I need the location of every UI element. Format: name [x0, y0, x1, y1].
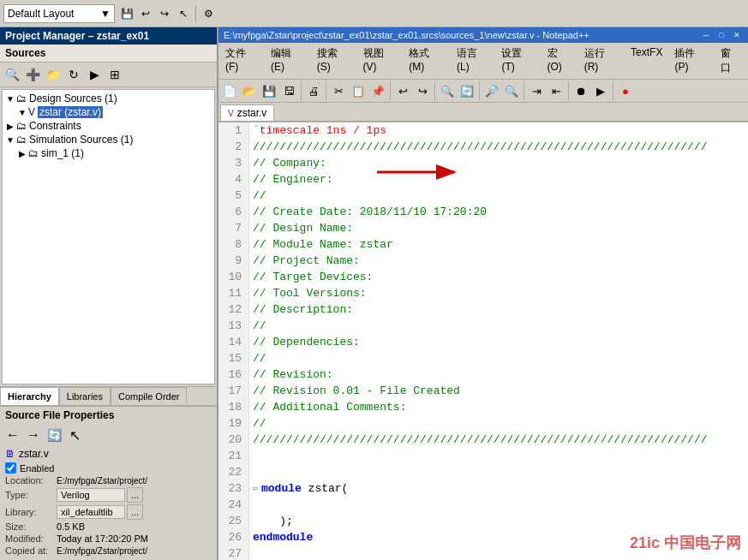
type-textbox[interactable]: Verilog	[57, 488, 125, 502]
type-label: Type:	[5, 490, 57, 500]
maximize-btn[interactable]: □	[715, 29, 727, 41]
npp-zoom-in-icon[interactable]: 🔎	[482, 81, 501, 100]
menu-language[interactable]: 语言(L)	[452, 45, 494, 77]
npp-open-icon[interactable]: 📂	[240, 81, 259, 100]
main-container: Project Manager – zstar_ex01 Sources 🔍 ➕…	[0, 27, 748, 560]
library-browse-btn[interactable]: ...	[127, 504, 143, 520]
menu-edit[interactable]: 编辑(E)	[266, 45, 310, 77]
npp-highlight-icon[interactable]: ●	[616, 81, 635, 100]
npp-window-controls: ─ □ ✕	[700, 29, 743, 41]
npp-run-macro-icon[interactable]: ▶	[591, 81, 610, 100]
size-value: 0.5 KB	[57, 521, 85, 532]
grid-icon[interactable]: ⊞	[105, 65, 124, 84]
file-tab-zstar[interactable]: V zstar.v	[220, 104, 274, 121]
code-line-24	[253, 497, 745, 513]
npp-print-icon[interactable]: 🖨	[304, 81, 323, 100]
code-editor[interactable]: `timescale 1ns / 1ps////////////////////…	[249, 122, 748, 560]
save-icon[interactable]: 💾	[118, 5, 135, 22]
code-line-16: // Revision:	[253, 366, 745, 383]
code-line-19: //	[253, 415, 745, 432]
npp-indent-icon[interactable]: ⇥	[527, 81, 546, 100]
npp-toolbar: 📄 📂 💾 🖫 🖨 ✂ 📋 📌 ↩ ↪ 🔍 🔄 🔎 🔍 ⇥ ⇤ ⏺ ▶	[218, 80, 748, 103]
code-line-23: ▭module zstar(	[253, 480, 745, 497]
back-icon[interactable]: ←	[3, 426, 22, 444]
tree-simulation-sources[interactable]: ▼ 🗂 Simulation Sources (1)	[4, 133, 212, 146]
type-browse-btn[interactable]: ...	[127, 487, 143, 503]
npp-macro-icon[interactable]: ⏺	[571, 81, 590, 100]
file-tab-icon: V	[228, 109, 234, 118]
cursor-icon[interactable]: ↖	[175, 5, 192, 22]
expand-constraints-icon: ▶	[4, 122, 16, 131]
refresh-prop-icon[interactable]: 🔄	[45, 426, 63, 444]
npp-menubar: 文件(F) 编辑(E) 搜索(S) 视图(V) 格式(M) 语言(L) 设置(T…	[218, 43, 748, 80]
sources-header: Sources	[0, 45, 217, 63]
tab-compile-order[interactable]: Compile Order	[111, 387, 188, 405]
npp-sep1	[301, 81, 302, 100]
menu-settings[interactable]: 设置(T)	[496, 45, 540, 77]
npp-tab-bar: V zstar.v	[218, 103, 748, 122]
folder-icon[interactable]: 📁	[44, 65, 63, 84]
npp-find-icon[interactable]: 🔍	[438, 81, 457, 100]
npp-new-icon[interactable]: 📄	[220, 81, 239, 100]
add-source-icon[interactable]: ➕	[23, 65, 42, 84]
tab-hierarchy[interactable]: Hierarchy	[0, 387, 59, 405]
menu-macro[interactable]: 宏(O)	[542, 45, 577, 77]
menu-window[interactable]: 窗口	[715, 45, 746, 77]
menu-format[interactable]: 格式(M)	[404, 45, 450, 77]
layout-label: Default Layout	[8, 8, 74, 20]
npp-outdent-icon[interactable]: ⇤	[547, 81, 565, 100]
undo-icon[interactable]: ↩	[137, 5, 154, 22]
layout-dropdown[interactable]: Default Layout ▼	[3, 4, 115, 23]
type-row: Type: Verilog ...	[0, 486, 217, 503]
copied-value: E:/myfpga/Zstar/project/	[57, 546, 147, 556]
close-btn[interactable]: ✕	[731, 29, 743, 41]
forward-icon[interactable]: →	[24, 426, 43, 444]
tab-libraries[interactable]: Libraries	[59, 387, 111, 405]
folder-design-icon: 🗂	[16, 92, 27, 104]
search-sources-icon[interactable]: 🔍	[3, 65, 21, 84]
npp-cut-icon[interactable]: ✂	[329, 81, 348, 100]
npp-zoom-out-icon[interactable]: 🔍	[502, 81, 521, 100]
npp-save-icon[interactable]: 💾	[260, 81, 278, 100]
npp-paste-icon[interactable]: 📌	[368, 81, 387, 100]
tree-design-sources[interactable]: ▼ 🗂 Design Sources (1)	[4, 92, 212, 105]
verilog-icon: V	[28, 106, 35, 118]
menu-file[interactable]: 文件(F)	[220, 45, 264, 77]
folder-sim-icon: 🗂	[16, 134, 27, 146]
code-line-11: // Tool Versions:	[253, 285, 745, 301]
minimize-btn[interactable]: ─	[700, 29, 712, 41]
npp-sep5	[479, 81, 480, 100]
npp-copy-icon[interactable]: 📋	[349, 81, 368, 100]
redo-icon[interactable]: ↪	[156, 5, 173, 22]
npp-undo-icon[interactable]: ↩	[393, 81, 412, 100]
menu-search[interactable]: 搜索(S)	[312, 45, 356, 77]
enabled-checkbox[interactable]	[5, 462, 16, 474]
npp-redo-icon[interactable]: ↪	[413, 81, 432, 100]
menu-run[interactable]: 运行(R)	[579, 45, 624, 77]
pointer-icon[interactable]: ↖	[65, 426, 84, 444]
tree-zstar[interactable]: ▼ V zstar (zstar.v)	[4, 105, 212, 119]
code-line-15: //	[253, 350, 745, 366]
expand-sim-icon: ▼	[4, 135, 16, 145]
npp-saveall-icon[interactable]: 🖫	[279, 81, 298, 100]
copied-row: Copied at: E:/myfpga/Zstar/project/	[0, 545, 217, 557]
menu-plugins[interactable]: 插件(P)	[669, 45, 714, 77]
tree-sim1[interactable]: ▶ 🗂 sim_1 (1)	[4, 146, 212, 160]
refresh-icon[interactable]: ↻	[64, 65, 83, 84]
editor-area: 1234567891011121314151617181920212223242…	[218, 122, 748, 560]
npp-sep4	[434, 81, 435, 100]
top-toolbar: 💾 ↩ ↪ ↖ ⚙	[118, 5, 217, 22]
settings-icon[interactable]: ⚙	[200, 5, 217, 22]
file-name: zstar.v	[19, 448, 49, 460]
npp-replace-icon[interactable]: 🔄	[458, 81, 476, 100]
left-panel: Project Manager – zstar_ex01 Sources 🔍 ➕…	[0, 27, 218, 560]
compile-icon[interactable]: ▶	[85, 65, 104, 84]
library-textbox[interactable]: xil_defaultlib	[57, 505, 125, 519]
menu-view[interactable]: 视图(V)	[358, 45, 403, 77]
tree-constraints[interactable]: ▶ 🗂 Constraints	[4, 119, 212, 133]
npp-sep3	[390, 81, 391, 100]
watermark: 21ic 中国电子网	[630, 533, 741, 553]
line-numbers: 1234567891011121314151617181920212223242…	[218, 122, 249, 560]
menu-textfx[interactable]: TextFX	[625, 45, 667, 77]
npp-sep7	[568, 81, 569, 100]
